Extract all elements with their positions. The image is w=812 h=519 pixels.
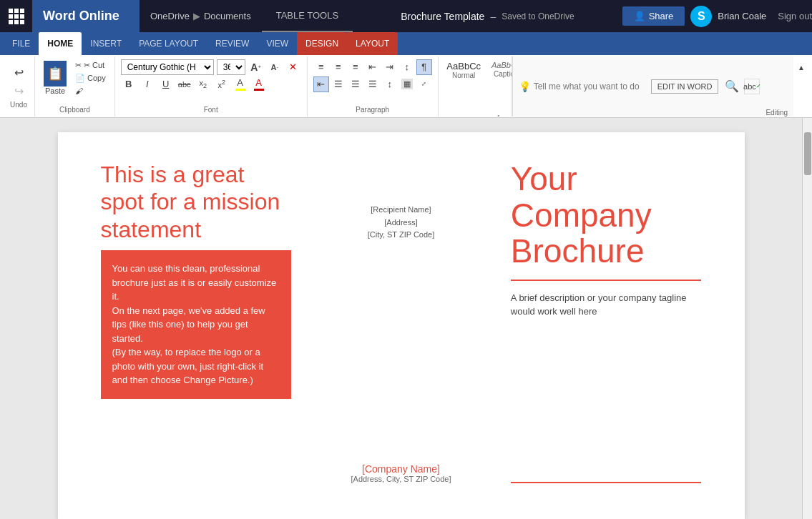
style-caption[interactable]: AaBbCc Caption [486, 59, 512, 79]
paste-button[interactable]: 📋 Paste [41, 59, 69, 97]
breadcrumb-sep: ▶ [193, 11, 200, 21]
justify-button[interactable]: ☰ [365, 76, 381, 92]
company-tagline[interactable]: A brief description or your company tagl… [511, 291, 702, 319]
breadcrumb-root[interactable]: OneDrive [150, 11, 190, 21]
numbering-button[interactable]: ≡ [331, 59, 346, 75]
document-page: This is a great spot for a mission state… [58, 132, 745, 519]
align-left-button[interactable]: ⇤ [313, 76, 329, 92]
paste-icon: 📋 [44, 61, 67, 86]
recipient-name: [Recipient Name] [368, 204, 435, 217]
font-format-row: B I U abc x2 x2 A A [121, 76, 301, 92]
undo-button[interactable]: ↩ [9, 64, 29, 81]
tab-page-layout[interactable]: PAGE LAYOUT [130, 32, 207, 55]
justify-icon: ☰ [368, 79, 377, 89]
tab-view[interactable]: VIEW [258, 32, 297, 55]
sort-icon: ↕ [404, 61, 409, 72]
saved-status: Saved to OneDrive [502, 11, 574, 21]
align-center-icon: ☰ [334, 79, 343, 89]
clipboard-group: 📋 Paste ✂ ✂ Cut 📄 Copy 🖌 Clipboard [35, 56, 115, 117]
increase-indent-button[interactable]: ⇥ [382, 59, 398, 75]
cut-icon: ✂ [75, 61, 82, 70]
bullets-icon: ≡ [318, 61, 324, 72]
tab-review[interactable]: REVIEW [207, 32, 258, 55]
waffle-menu[interactable] [0, 0, 32, 32]
font-size-select[interactable]: 36 [217, 59, 245, 75]
editing-abc-button[interactable]: abc ✓ [744, 79, 760, 94]
para-row1: ≡ ≡ ≡ ⇤ ⇥ ↕ ¶ [313, 59, 432, 75]
increase-font-button[interactable]: A + [248, 59, 264, 75]
font-color-button[interactable]: A [251, 76, 267, 92]
clear-format-button[interactable]: ✕ [285, 59, 301, 75]
style-caption-label: Caption [494, 70, 512, 78]
multilevel-icon: ≡ [353, 61, 358, 72]
mission-statement[interactable]: This is a great spot for a mission state… [101, 161, 292, 243]
doc-title: Brochure Template [401, 11, 484, 22]
ribbon-collapse-button[interactable]: ▲ [793, 59, 809, 75]
style-normal[interactable]: AaBbCc Normal [444, 59, 484, 81]
paragraph-group: ≡ ≡ ≡ ⇤ ⇥ ↕ ¶ ⇤ [308, 56, 439, 117]
increase-indent-icon: ⇥ [386, 61, 393, 72]
table-tools-label: TABLE TOOLS [262, 0, 353, 32]
shading-icon: ▦ [401, 79, 413, 89]
user-name: Brian Coale [718, 11, 766, 21]
edit-in-word-button[interactable]: EDIT IN WORD [651, 79, 719, 94]
title-line2: Company [511, 197, 702, 234]
format-painter-button[interactable]: 🖌 [72, 85, 109, 97]
undo-icon: ↩ [14, 66, 24, 79]
decrease-font-button[interactable]: A - [267, 59, 283, 75]
scrollbar-thumb[interactable] [804, 132, 811, 175]
strikethrough-icon: abc [178, 80, 191, 89]
cut-button[interactable]: ✂ ✂ Cut [72, 59, 109, 71]
align-right-button[interactable]: ☰ [348, 76, 363, 92]
expand-para-button[interactable]: ⤢ [416, 76, 432, 92]
tab-home[interactable]: HOME [39, 32, 82, 55]
redo-button[interactable]: ↪ [9, 82, 29, 99]
copy-button[interactable]: 📄 Copy [72, 72, 109, 84]
lightbulb-icon: 💡 [519, 81, 531, 92]
tab-layout[interactable]: LAYOUT [347, 32, 398, 55]
skype-icon[interactable]: S [690, 6, 712, 27]
title-line3: Brochure [511, 233, 702, 270]
checkmark-icon: ✓ [756, 83, 761, 89]
company-bottom[interactable]: [Company Name] [Address, City, ST ZIP Co… [351, 463, 451, 483]
red-box[interactable]: You can use this clean, professional bro… [101, 250, 292, 399]
doc-right-column: Your Company Brochure A brief descriptio… [511, 161, 702, 490]
clipboard-label: Clipboard [59, 106, 90, 114]
highlight-color-button[interactable]: A [233, 76, 248, 92]
waffle-icon [9, 9, 24, 24]
tab-insert[interactable]: INSERT [82, 32, 130, 55]
strikethrough-button[interactable]: abc [177, 76, 192, 92]
share-button[interactable]: 👤 Share [622, 6, 685, 26]
subscript-icon: x2 [199, 79, 207, 89]
increase-font-icon: A [250, 61, 258, 73]
sort-button[interactable]: ↕ [399, 59, 415, 75]
font-name-select[interactable]: Century Gothic (H [121, 59, 214, 75]
multilevel-button[interactable]: ≡ [348, 59, 363, 75]
tab-design[interactable]: DESIGN [297, 32, 347, 55]
subscript-button[interactable]: x2 [195, 76, 211, 92]
align-center-button[interactable]: ☰ [331, 76, 346, 92]
align-right-icon: ☰ [351, 79, 360, 89]
company-name: [Company Name] [351, 463, 451, 475]
clipboard-small-btns: ✂ ✂ Cut 📄 Copy 🖌 [72, 59, 109, 97]
doc-title-dash: – [490, 11, 496, 22]
underline-button[interactable]: U [158, 76, 174, 92]
sign-out-link[interactable]: Sign out [778, 11, 812, 21]
search-button[interactable]: 🔍 [724, 79, 740, 94]
vertical-scrollbar[interactable] [802, 118, 812, 519]
tell-me-input[interactable] [534, 81, 648, 92]
bullets-button[interactable]: ≡ [313, 59, 329, 75]
company-brochure-title[interactable]: Your Company Brochure [511, 161, 702, 270]
show-para-button[interactable]: ¶ [416, 59, 432, 75]
superscript-button[interactable]: x2 [214, 76, 230, 92]
italic-button[interactable]: I [140, 76, 155, 92]
decrease-indent-button[interactable]: ⇤ [365, 59, 381, 75]
recipient-block[interactable]: [Recipient Name] [Address] [City, ST ZIP… [368, 204, 435, 242]
line-spacing-button[interactable]: ↕ [382, 76, 398, 92]
breadcrumb-child[interactable]: Documents [204, 11, 251, 21]
styles-expand-button[interactable]: ⤢ [490, 109, 506, 117]
clear-format-icon: ✕ [289, 61, 297, 72]
bold-button[interactable]: B [121, 76, 137, 92]
shading-button[interactable]: ▦ [399, 76, 415, 92]
tab-file[interactable]: FILE [4, 32, 39, 55]
